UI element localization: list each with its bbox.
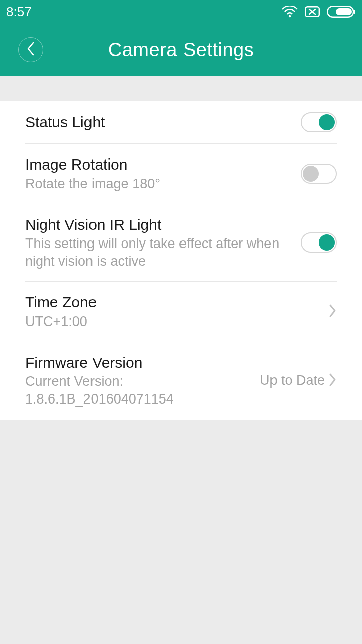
svg-rect-3 xyxy=(336,8,352,15)
battery-icon xyxy=(327,6,356,18)
row-status-light[interactable]: Status Light xyxy=(25,101,337,144)
row-title: Firmware Version xyxy=(25,353,252,372)
toggle-image-rotation[interactable] xyxy=(301,164,337,184)
back-button[interactable] xyxy=(18,37,43,62)
row-subtitle: Current Version: 1.8.6.1B_201604071154 xyxy=(25,373,252,408)
svg-point-0 xyxy=(289,15,291,17)
close-box-icon xyxy=(305,6,320,17)
row-title: Image Rotation xyxy=(25,155,293,174)
chevron-right-icon xyxy=(329,373,337,389)
row-firmware[interactable]: Firmware Version Current Version: 1.8.6.… xyxy=(25,342,337,420)
row-night-vision[interactable]: Night Vision IR Light This setting will … xyxy=(25,204,337,282)
app-header: Camera Settings xyxy=(0,23,362,76)
wifi-icon xyxy=(282,6,298,18)
firmware-status: Up to Date xyxy=(260,373,325,388)
toggle-status-light[interactable] xyxy=(301,112,337,132)
row-title: Status Light xyxy=(25,113,293,132)
svg-rect-4 xyxy=(354,10,355,14)
row-image-rotation[interactable]: Image Rotation Rotate the image 180° xyxy=(25,144,337,204)
status-time: 8:57 xyxy=(6,4,32,20)
chevron-right-icon xyxy=(329,304,337,320)
page-title: Camera Settings xyxy=(108,39,254,61)
row-time-zone[interactable]: Time Zone UTC+1:00 xyxy=(25,282,337,342)
status-bar: 8:57 xyxy=(0,0,362,23)
row-title: Time Zone xyxy=(25,293,321,312)
row-subtitle: This setting will only take effect after… xyxy=(25,235,293,270)
settings-list: Status Light Image Rotation Rotate the i… xyxy=(0,101,362,420)
row-subtitle: Rotate the image 180° xyxy=(25,175,293,193)
row-title: Night Vision IR Light xyxy=(25,215,293,234)
toggle-night-vision[interactable] xyxy=(301,232,337,253)
row-subtitle: UTC+1:00 xyxy=(25,313,321,331)
chevron-left-icon xyxy=(26,42,35,58)
